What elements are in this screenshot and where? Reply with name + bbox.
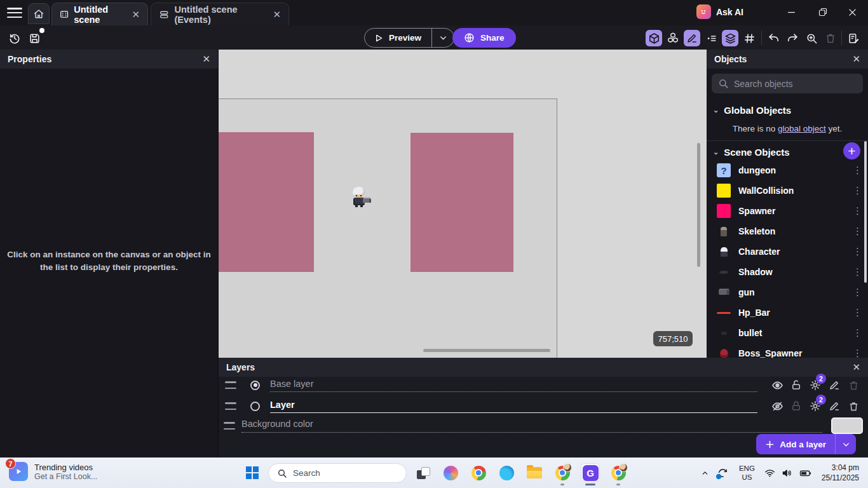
taskbar-clock[interactable]: 3:04 pm 25/11/2025 — [822, 463, 859, 483]
object-item-wallcollision[interactable]: WallCollision ⋮ — [707, 180, 868, 201]
layer-lock-button[interactable] — [787, 379, 806, 391]
chrome-profile2-button[interactable] — [609, 463, 628, 482]
copilot-button[interactable] — [441, 463, 460, 482]
canvas-vertical-scrollbar[interactable] — [697, 143, 700, 267]
widgets-button[interactable]: 7 Trending videos Get a First Look... — [9, 462, 97, 481]
preview-label: Preview — [389, 33, 421, 43]
layer-effects-button[interactable]: 2 — [806, 400, 825, 412]
object-item-character[interactable]: Character ⋮ — [707, 241, 868, 262]
layer-active-radio[interactable] — [250, 381, 260, 390]
drag-handle-icon[interactable] — [225, 381, 236, 389]
window-maximize-button[interactable] — [813, 4, 832, 20]
undo-button[interactable] — [765, 30, 782, 46]
object-menu-button[interactable]: ⋮ — [853, 348, 862, 358]
layer-name-field[interactable]: Layer — [270, 400, 757, 413]
objects-close-icon[interactable]: ✕ — [852, 53, 860, 65]
preview-options-button[interactable] — [432, 29, 454, 47]
layer-name-field[interactable]: Base layer — [270, 379, 757, 392]
layer-active-radio[interactable] — [250, 402, 260, 411]
layer-delete-button[interactable] — [844, 401, 863, 412]
drag-handle-icon[interactable] — [225, 402, 236, 410]
chrome-profile1-button[interactable] — [553, 463, 572, 482]
object-item-skeleton[interactable]: Skeleton ⋮ — [707, 221, 868, 241]
layers-close-icon[interactable]: ✕ — [852, 362, 860, 373]
tray-expand-button[interactable] — [697, 469, 714, 477]
language-indicator[interactable]: ENG US — [739, 464, 755, 482]
redo-button[interactable] — [784, 30, 801, 46]
properties-close-icon[interactable]: ✕ — [202, 53, 210, 65]
history-button[interactable] — [6, 30, 23, 46]
object-menu-button[interactable]: ⋮ — [853, 165, 862, 176]
object-item-hp-bar[interactable]: Hp_Bar ⋮ — [707, 302, 868, 323]
chrome-button[interactable] — [469, 463, 488, 482]
instance-character-sprite[interactable] — [348, 186, 370, 209]
play-icon — [374, 33, 384, 43]
toggle-objects-panel-button[interactable] — [646, 30, 662, 46]
object-item-spawner[interactable]: Spawner ⋮ — [707, 201, 868, 221]
layer-edit-button[interactable] — [825, 400, 844, 412]
scene-properties-button[interactable] — [845, 30, 862, 46]
toggle-layers-panel-button[interactable] — [722, 30, 738, 46]
gdevelop-button[interactable]: G — [581, 463, 600, 482]
window-minimize-button[interactable] — [782, 4, 801, 20]
chevron-up-icon — [701, 469, 709, 477]
object-item-dungeon[interactable]: ? dungeon ⋮ — [707, 160, 868, 180]
task-view-button[interactable] — [413, 463, 432, 482]
save-button[interactable] — [26, 30, 43, 46]
tab-untitled-scene-events[interactable]: Untitled scene (Events) ✕ — [151, 3, 289, 25]
object-menu-button[interactable]: ⋮ — [853, 266, 862, 278]
objects-list-scrollbar[interactable] — [864, 141, 867, 283]
tab-close-icon[interactable]: ✕ — [132, 9, 140, 20]
global-objects-section-header[interactable]: ⌄ Global Objects — [707, 102, 868, 118]
window-close-button[interactable] — [843, 4, 862, 20]
instance-spawner-right[interactable] — [410, 133, 513, 272]
add-layer-button[interactable]: Add a layer — [756, 434, 835, 454]
object-menu-button[interactable]: ⋮ — [853, 287, 862, 298]
global-object-link[interactable]: global object — [778, 124, 826, 133]
toggle-grid-button[interactable] — [741, 30, 757, 46]
main-menu-button[interactable] — [6, 6, 23, 20]
instance-spawner-left[interactable] — [219, 132, 314, 272]
share-button[interactable]: Share — [452, 28, 516, 48]
add-object-button[interactable]: + — [843, 142, 860, 159]
battery-button[interactable] — [796, 467, 815, 479]
preview-button[interactable]: Preview — [365, 29, 431, 47]
object-item-shadow[interactable]: Shadow ⋮ — [707, 262, 868, 282]
object-menu-button[interactable]: ⋮ — [853, 307, 862, 318]
object-menu-button[interactable]: ⋮ — [853, 246, 862, 257]
scene-editor-canvas[interactable]: 757;510 — [219, 50, 707, 358]
update-tray-button[interactable] — [714, 468, 733, 478]
taskbar-search[interactable]: Search — [268, 463, 407, 483]
object-thumbnail: ? — [717, 163, 731, 177]
wifi-button[interactable] — [761, 468, 778, 478]
layer-visibility-button[interactable] — [768, 379, 787, 391]
home-tab[interactable] — [28, 3, 50, 24]
object-menu-button[interactable]: ⋮ — [853, 327, 862, 339]
layer-visibility-button[interactable] — [768, 400, 787, 412]
object-item-boss-spawner[interactable]: Boss_Spawner ⋮ — [707, 343, 868, 358]
object-menu-button[interactable]: ⋮ — [853, 185, 862, 196]
object-item-gun[interactable]: gun ⋮ — [707, 282, 868, 302]
layer-edit-button[interactable] — [825, 379, 844, 391]
tab-close-icon[interactable]: ✕ — [273, 9, 281, 20]
add-layer-options-button[interactable] — [836, 434, 856, 454]
layer-effects-button[interactable]: 2 — [806, 379, 825, 391]
background-color-swatch[interactable] — [831, 417, 863, 434]
toggle-object-groups-button[interactable] — [703, 30, 719, 46]
start-button[interactable] — [243, 463, 262, 482]
eye-icon — [771, 379, 783, 391]
canvas-horizontal-scrollbar[interactable] — [423, 349, 550, 352]
edge-button[interactable] — [497, 463, 516, 482]
volume-button[interactable] — [778, 468, 796, 478]
object-menu-button[interactable]: ⋮ — [853, 226, 862, 237]
toggle-instances-panel-button[interactable] — [665, 30, 681, 46]
toggle-properties-panel-button[interactable] — [684, 30, 700, 46]
cube-icon — [648, 32, 660, 44]
search-objects-input[interactable] — [734, 79, 857, 89]
ask-ai-button[interactable]: Ask AI — [696, 4, 743, 19]
tab-untitled-scene[interactable]: Untitled scene ✕ — [51, 3, 148, 25]
file-explorer-button[interactable] — [525, 463, 544, 482]
zoom-button[interactable] — [803, 30, 820, 46]
object-menu-button[interactable]: ⋮ — [853, 205, 862, 217]
object-item-bullet[interactable]: bullet ⋮ — [707, 323, 868, 343]
